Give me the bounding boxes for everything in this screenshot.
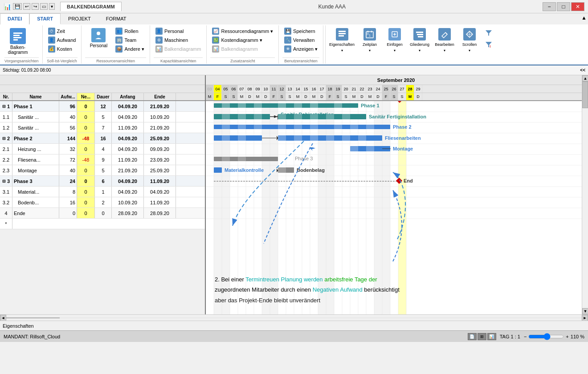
einfuegen-button[interactable]: Einfügen ▾ <box>383 26 406 63</box>
scrollen-arrow: ▾ <box>469 49 470 53</box>
neu-2-1: 0 <box>77 144 95 154</box>
kostendiagramm-label: Kostendiagramm ▾ <box>221 37 262 43</box>
zeitplan-button[interactable]: 100 Zeitplan ▾ <box>358 26 381 63</box>
personal-res-button[interactable]: Personal <box>85 27 112 49</box>
kap-maschinen-button[interactable]: ⚙ Maschinen <box>154 36 203 44</box>
task-row-3-2[interactable]: 3.2 Bodenb... 16 0 2 10.09.20 11.09.20 <box>0 197 205 208</box>
filter1-icon[interactable] <box>484 28 494 38</box>
task-row-1[interactable]: ⊟ 1 Phase 1 96 0 12 04.09.20 21.09.20 <box>0 101 205 112</box>
task-row-2-3[interactable]: 2.3 Montage 40 0 5 21.09.20 25.09.20 <box>0 165 205 176</box>
dow-16: M <box>310 93 318 100</box>
andere-button[interactable]: 📦 Andere ▾ <box>114 45 146 53</box>
zoom-plus[interactable]: + <box>566 334 568 339</box>
kap-personal-button[interactable]: 👤 Personal <box>154 27 203 35</box>
nr-1: ⊟ 1 <box>0 101 12 111</box>
bar-f-s3 <box>310 135 318 141</box>
nr-2-3: 2.3 <box>0 165 12 175</box>
nr-1-2: 1.2 <box>0 122 12 133</box>
kostendiagramm-button[interactable]: 💹 Kostendiagramm ▾ <box>210 36 275 44</box>
maximize-button[interactable]: □ <box>557 2 570 11</box>
zeit-button[interactable]: ⏱ Zeit <box>46 27 78 35</box>
ribbon-tab-datei[interactable]: DATEI <box>0 13 29 24</box>
group-soll-ist-items: ⏱ Zeit 👤 Aufwand 💰 Kosten <box>46 25 78 57</box>
status-icon2[interactable]: ⊞ <box>478 333 486 340</box>
aufwand-button[interactable]: 👤 Aufwand <box>46 36 78 44</box>
anfang-2-3: 21.09.20 <box>112 165 144 175</box>
verwalten-button[interactable]: 🔧 Verwalten <box>282 36 319 44</box>
kap-balken-button[interactable]: 📊 Balkendiagramm <box>154 45 203 53</box>
window-icon[interactable]: ▭ <box>40 3 48 10</box>
team-button[interactable]: 🏢 Team <box>114 36 146 44</box>
gantt-month-header: September 2020 <box>206 75 582 85</box>
minimize-button[interactable]: − <box>543 2 556 11</box>
nr-3: ⊟ 3 <box>0 176 12 186</box>
rollen-button[interactable]: 👥 Rollen <box>114 27 146 35</box>
dow-14: M <box>294 93 302 100</box>
neu-1-2: 0 <box>77 122 95 133</box>
nav-arrows: << <box>580 68 585 73</box>
scrollbar-down[interactable]: ▼ <box>582 308 588 314</box>
einfuegen-label: Einfügen <box>387 42 403 47</box>
svg-rect-7 <box>339 35 344 37</box>
nr-3-1: 3.1 <box>0 187 12 197</box>
hscroll-thumb[interactable] <box>6 317 60 318</box>
filter2-icon[interactable]: ! <box>484 40 494 49</box>
scrollen-button[interactable]: Scrollen ▾ <box>458 26 481 63</box>
col-neu: Ne... <box>77 93 95 100</box>
scrollbar-up[interactable]: ▲ <box>582 75 588 81</box>
balkendiagramm-button[interactable]: Balken-diagramm <box>4 27 31 56</box>
ribbon-tab-start[interactable]: START <box>29 13 61 24</box>
ribbon-tab-projekt[interactable]: PROJEKT <box>61 13 98 24</box>
speichern-button[interactable]: 💾 Speichern <box>282 27 319 35</box>
task-row-star: * <box>0 219 205 229</box>
label-phase1: Phase 1 <box>361 103 380 108</box>
gliederung-button[interactable]: Gliederung ▾ <box>408 26 431 63</box>
anzeigen-button[interactable]: 👁 Anzeigen ▾ <box>282 45 319 53</box>
anfang-3-2: 10.09.20 <box>112 197 144 207</box>
task-row-1-2[interactable]: 1.2 Sanitär ... 56 0 7 11.09.20 21.09.20 <box>0 122 205 133</box>
task-row-3[interactable]: ⊟ 3 Phase 3 24 0 6 04.09.20 11.09.20 <box>0 176 205 187</box>
zoom-slider[interactable] <box>528 333 564 340</box>
bearbeiten-button[interactable]: Bearbeiten ▾ <box>433 26 456 63</box>
hscroll-right[interactable]: ► <box>582 315 588 321</box>
day-09: 09 <box>254 85 262 93</box>
tab-balkendiagramm[interactable]: BALKENDIAGRAMM <box>60 2 122 11</box>
zoom-minus[interactable]: − <box>524 334 527 339</box>
nav-left[interactable]: << <box>580 68 585 73</box>
task-row-2-1[interactable]: 2.1 Heizung ... 32 0 4 04.09.20 09.09.20 <box>0 144 205 154</box>
hscroll-left[interactable]: ◄ <box>0 315 6 321</box>
status-icon3[interactable]: 📊 <box>487 333 496 340</box>
bar-f-s5 <box>342 135 350 141</box>
ende-3: 11.09.20 <box>144 176 176 186</box>
ribbon-tab-format[interactable]: FORMAT <box>98 13 134 24</box>
scrollbar-thumb[interactable] <box>582 81 588 108</box>
ressourcendiagramm-button[interactable]: 📈 Ressourcendiagramm ▾ <box>210 27 275 35</box>
zusatz-balken-button[interactable]: 📊 Balkendiagramm <box>210 45 275 53</box>
day-15: 15 <box>302 85 310 93</box>
aufwand-3-2: 16 <box>59 197 77 207</box>
kosten-button[interactable]: 💰 Kosten <box>46 45 78 53</box>
bar-sf-s3 <box>310 114 318 119</box>
col-aufwand: Aufw... <box>59 93 77 100</box>
task-row-2-2[interactable]: 2.2 Fliesena... 72 -48 9 11.09.20 23.09.… <box>0 154 205 165</box>
group-benutzer-items: 💾 Speichern 🔧 Verwalten 👁 Anzeigen ▾ <box>282 25 319 57</box>
undo-icon[interactable]: ↩ <box>23 3 30 10</box>
status-icon1[interactable]: 📄 <box>468 333 477 340</box>
task-row-1-1[interactable]: 1.1 Sanitär ... 40 0 5 04.09.20 10.09.20 <box>0 112 205 122</box>
ribbon-collapse[interactable]: ▲ <box>580 13 588 24</box>
save-icon[interactable]: 💾 <box>13 3 22 10</box>
close-button[interactable]: ✕ <box>571 2 584 11</box>
redo-icon[interactable]: ↪ <box>32 3 39 10</box>
eigenschaften-button[interactable]: Eigenschaften ▾ <box>327 26 356 63</box>
task-row-2[interactable]: ⊟ 2 Phase 2 144 -48 16 04.09.20 25.09.20 <box>0 133 205 144</box>
bar-f-s4 <box>326 135 334 141</box>
name-4: Ende <box>12 208 59 218</box>
task-row-4[interactable]: 4 Ende 0 0 0 28.09.20 28.09.20 <box>0 208 205 219</box>
dow-21: M <box>350 93 358 100</box>
nr-2: ⊟ 2 <box>0 133 12 143</box>
dropdown-icon[interactable]: ▾ <box>49 3 55 10</box>
zeitplan-label: Zeitplan <box>363 42 377 47</box>
task-row-3-1[interactable]: 3.1 Material... 8 0 1 04.09.20 04.09.20 <box>0 187 205 197</box>
vertical-scrollbar[interactable]: ▲ ▼ <box>582 75 588 314</box>
team-label: Team <box>124 37 136 43</box>
